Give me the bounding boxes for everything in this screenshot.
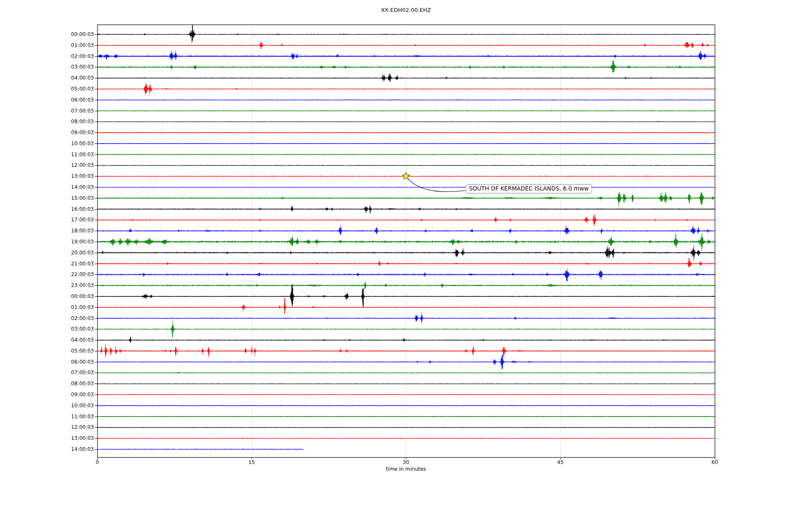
event-annotation-label: SOUTH OF KERMADEC ISLANDS, 6.0 mww xyxy=(466,184,592,193)
row-label: 13:00:03 xyxy=(0,435,94,442)
row-label: 22:00:03 xyxy=(0,271,94,278)
row-label: 19:00:03 xyxy=(0,238,94,245)
row-label: 12:00:03 xyxy=(0,424,94,431)
row-label: 06:00:03 xyxy=(0,97,94,103)
row-label: 15:00:03 xyxy=(0,195,94,202)
x-tick-label: 45 xyxy=(548,459,573,465)
y-axis-labels: 00:00:0301:00:0302:00:0303:00:0304:00:03… xyxy=(0,0,94,508)
x-tick-label: 30 xyxy=(393,459,419,465)
row-label: 20:00:03 xyxy=(0,249,94,256)
row-label: 10:00:03 xyxy=(0,402,94,409)
row-label: 05:00:03 xyxy=(0,86,94,92)
row-label: 11:00:03 xyxy=(0,151,94,158)
row-label: 07:00:03 xyxy=(0,369,94,376)
row-label: 07:00:03 xyxy=(0,108,94,114)
row-label: 03:00:03 xyxy=(0,326,94,332)
row-label: 05:00:03 xyxy=(0,348,94,354)
seismogram-canvas xyxy=(0,0,812,508)
row-label: 01:00:03 xyxy=(0,42,94,49)
row-label: 09:00:03 xyxy=(0,129,94,136)
row-label: 01:00:03 xyxy=(0,304,94,311)
row-label: 08:00:03 xyxy=(0,380,94,387)
row-label: 00:00:03 xyxy=(0,293,94,300)
row-label: 16:00:03 xyxy=(0,206,94,213)
x-tick-label: 15 xyxy=(239,459,264,465)
row-label: 03:00:03 xyxy=(0,64,94,70)
row-label: 11:00:03 xyxy=(0,413,94,420)
row-label: 09:00:03 xyxy=(0,391,94,398)
row-label: 23:00:03 xyxy=(0,282,94,289)
row-label: 12:00:03 xyxy=(0,162,94,168)
row-label: 17:00:03 xyxy=(0,216,94,223)
row-label: 04:00:03 xyxy=(0,75,94,81)
row-label: 21:00:03 xyxy=(0,260,94,267)
row-label: 18:00:03 xyxy=(0,227,94,234)
row-label: 04:00:03 xyxy=(0,337,94,343)
helicorder-figure: XX.EDH02.00.EHZ 00:00:0301:00:0302:00:03… xyxy=(0,0,812,508)
chart-title: XX.EDH02.00.EHZ xyxy=(0,7,812,13)
row-label: 02:00:03 xyxy=(0,315,94,322)
x-tick-label: 0 xyxy=(85,459,110,465)
row-label: 00:00:03 xyxy=(0,31,94,38)
row-label: 06:00:03 xyxy=(0,359,94,365)
row-label: 13:00:03 xyxy=(0,173,94,179)
row-label: 10:00:03 xyxy=(0,140,94,147)
row-label: 14:00:03 xyxy=(0,446,94,453)
x-axis-label: time in minutes xyxy=(97,466,715,472)
row-label: 14:00:03 xyxy=(0,184,94,190)
row-label: 08:00:03 xyxy=(0,118,94,125)
row-label: 02:00:03 xyxy=(0,53,94,60)
x-tick-label: 60 xyxy=(702,459,727,465)
